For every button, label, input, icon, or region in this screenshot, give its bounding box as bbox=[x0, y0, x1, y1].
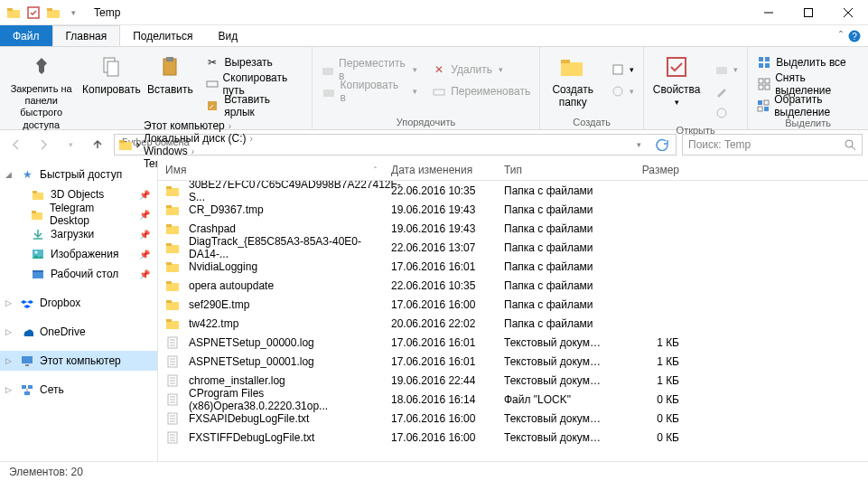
sidebar-quick-access[interactable]: ◢★Быстрый доступ bbox=[0, 165, 157, 184]
forward-button[interactable] bbox=[33, 134, 54, 156]
edit-icon bbox=[714, 84, 729, 99]
breadcrumb[interactable]: Windows› bbox=[144, 145, 255, 157]
chevron-right-icon[interactable]: ▷ bbox=[5, 356, 14, 365]
svg-rect-36 bbox=[764, 107, 769, 111]
recent-button[interactable]: ▾ bbox=[60, 134, 81, 156]
svg-rect-52 bbox=[22, 356, 33, 363]
tab-home[interactable]: Главная bbox=[52, 25, 121, 46]
file-icon bbox=[165, 430, 180, 445]
svg-point-23 bbox=[613, 87, 622, 96]
select-none-button[interactable]: Снять выделение bbox=[751, 74, 864, 94]
pin-icon: 📌 bbox=[139, 210, 150, 220]
list-item[interactable]: NvidiaLogging17.06.2016 16:01Папка с фай… bbox=[158, 257, 868, 276]
list-item[interactable]: ASPNETSetup_00001.log17.06.2016 16:01Тек… bbox=[158, 352, 868, 371]
file-icon bbox=[165, 392, 180, 407]
sidebar-this-pc[interactable]: ▷Этот компьютер bbox=[0, 351, 157, 371]
collapse-ribbon-icon[interactable]: ˆ bbox=[839, 30, 843, 42]
column-date[interactable]: Дата изменения bbox=[384, 164, 497, 176]
up-button[interactable] bbox=[87, 134, 108, 156]
list-item[interactable]: CR_D9367.tmp19.06.2016 19:43Папка с файл… bbox=[158, 200, 868, 219]
copy-button[interactable]: Копировать bbox=[82, 49, 140, 99]
chevron-down-icon[interactable]: ◢ bbox=[5, 170, 14, 179]
sidebar-dropbox[interactable]: ▷Dropbox bbox=[0, 293, 157, 313]
invert-selection-button[interactable]: Обратить выделение bbox=[751, 96, 864, 116]
list-item[interactable]: FXSTIFFDebugLogFile.txt17.06.2016 16:00Т… bbox=[158, 428, 868, 447]
chevron-right-icon[interactable]: › bbox=[248, 134, 255, 144]
paste-shortcut-button[interactable]: Вставить ярлык bbox=[200, 96, 307, 116]
tab-share[interactable]: Поделиться bbox=[120, 25, 205, 46]
new-item-button[interactable]: ▾ bbox=[605, 60, 639, 80]
list-item[interactable]: FXSAPIDebugLogFile.txt17.06.2016 16:00Те… bbox=[158, 409, 868, 428]
statusbar: Элементов: 20 bbox=[0, 461, 868, 481]
column-type[interactable]: Тип bbox=[497, 164, 623, 176]
network-icon bbox=[20, 382, 34, 397]
history-button[interactable] bbox=[709, 103, 743, 123]
list-item[interactable]: tw422.tmp20.06.2016 22:02Папка с файлами bbox=[158, 314, 868, 333]
search-input[interactable]: Поиск: Temp bbox=[682, 134, 863, 156]
sidebar-item[interactable]: Загрузки📌 bbox=[0, 224, 157, 244]
chevron-right-icon[interactable]: ▷ bbox=[5, 298, 14, 307]
file-list[interactable]: Имяˆ Дата изменения Тип Размер 30BE27EFC… bbox=[158, 159, 868, 461]
new-folder-button[interactable]: Создать папку bbox=[544, 49, 602, 113]
chevron-right-icon[interactable]: ▷ bbox=[5, 327, 14, 336]
move-to-button[interactable]: Переместить в▾ bbox=[316, 60, 424, 80]
sidebar-onedrive[interactable]: ▷OneDrive bbox=[0, 322, 157, 342]
sidebar-network[interactable]: ▷Сеть bbox=[0, 380, 157, 400]
properties-button[interactable]: Свойства ▾ bbox=[648, 49, 705, 111]
close-button[interactable] bbox=[828, 0, 868, 25]
list-item[interactable]: sef290E.tmp17.06.2016 16:00Папка с файла… bbox=[158, 295, 868, 314]
copy-to-button[interactable]: Копировать в▾ bbox=[316, 81, 424, 101]
dropdown-icon[interactable]: ▾ bbox=[629, 135, 649, 155]
chevron-right-icon[interactable]: › bbox=[227, 121, 233, 131]
tab-file[interactable]: Файл bbox=[0, 25, 52, 46]
copy-path-button[interactable]: Скопировать путь bbox=[200, 74, 307, 94]
address-bar[interactable]: › Этот компьютер›Локальный диск (C:)›Win… bbox=[114, 134, 677, 156]
paste-button[interactable]: Вставить bbox=[144, 49, 196, 99]
svg-rect-25 bbox=[716, 67, 727, 74]
list-item[interactable]: 30BE27EFC07C65C49AD998B7A227412F-S...22.… bbox=[158, 181, 868, 200]
qat-dropdown-icon[interactable]: ▾ bbox=[65, 5, 81, 21]
chevron-right-icon[interactable]: › bbox=[136, 138, 140, 151]
chevron-right-icon[interactable]: ▷ bbox=[5, 385, 14, 394]
history-icon bbox=[714, 106, 729, 120]
breadcrumb[interactable]: Этот компьютер› bbox=[144, 119, 255, 132]
open-button[interactable]: ▾ bbox=[709, 60, 743, 80]
select-all-button[interactable]: Выделить все bbox=[751, 52, 864, 72]
chevron-right-icon[interactable]: › bbox=[190, 146, 196, 156]
column-size[interactable]: Размер bbox=[623, 164, 686, 176]
list-item[interactable]: ASPNETSetup_00000.log17.06.2016 16:01Тек… bbox=[158, 333, 868, 352]
minimize-button[interactable] bbox=[749, 0, 789, 25]
sidebar-item[interactable]: Изображения📌 bbox=[0, 244, 157, 264]
copy-icon bbox=[97, 52, 126, 81]
window-title: Temp bbox=[94, 6, 120, 19]
rename-button[interactable]: Переименовать bbox=[426, 81, 536, 101]
search-icon bbox=[844, 138, 856, 151]
svg-rect-19 bbox=[434, 90, 444, 95]
qat-properties-icon[interactable] bbox=[25, 5, 42, 21]
svg-rect-60 bbox=[166, 207, 179, 215]
help-icon[interactable]: ? bbox=[848, 30, 861, 42]
sidebar-item[interactable]: Telegram Desktop📌 bbox=[0, 204, 157, 224]
cut-button[interactable]: ✂Вырезать bbox=[200, 52, 307, 72]
sort-asc-icon: ˆ bbox=[374, 165, 377, 174]
svg-rect-6 bbox=[805, 8, 813, 16]
list-item[interactable]: DiagTrack_{E85C85A3-85A3-40E0-DA14-...22… bbox=[158, 238, 868, 257]
column-name[interactable]: Имяˆ bbox=[158, 164, 384, 176]
sidebar-item[interactable]: Рабочий стол📌 bbox=[0, 264, 157, 284]
svg-rect-61 bbox=[166, 205, 172, 208]
pin-icon bbox=[27, 52, 56, 81]
back-button[interactable] bbox=[5, 134, 27, 156]
list-header: Имяˆ Дата изменения Тип Размер bbox=[158, 159, 868, 181]
folder-icon bbox=[165, 259, 180, 274]
refresh-button[interactable] bbox=[652, 135, 672, 155]
list-item[interactable]: CProgram Files (x86)Opera38.0.2220.31op.… bbox=[158, 390, 868, 409]
svg-point-49 bbox=[35, 251, 38, 254]
pin-to-quick-access-button[interactable]: Закрепить на панели быстрого доступа bbox=[4, 49, 79, 135]
maximize-button[interactable] bbox=[789, 0, 828, 25]
tab-view[interactable]: Вид bbox=[205, 25, 250, 46]
breadcrumb[interactable]: Локальный диск (C:)› bbox=[144, 132, 255, 145]
delete-button[interactable]: ✕Удалить▾ bbox=[426, 60, 536, 80]
edit-button[interactable] bbox=[709, 81, 743, 101]
list-item[interactable]: opera autoupdate22.06.2016 10:35Папка с … bbox=[158, 276, 868, 295]
easy-access-button[interactable]: ▾ bbox=[605, 81, 639, 101]
